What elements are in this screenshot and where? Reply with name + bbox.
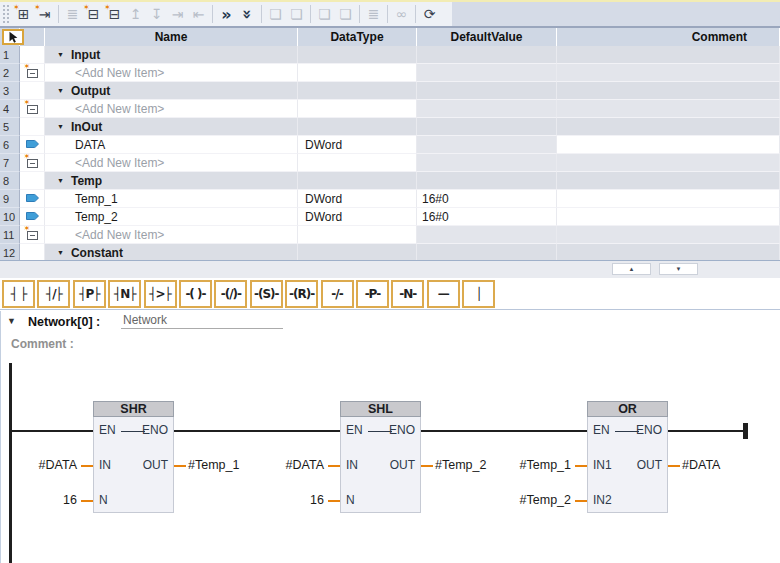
network-comment-label[interactable]: Comment :	[11, 337, 74, 351]
pane-scroll-down-button[interactable]: ▼	[659, 263, 698, 275]
variable-defaultvalue-cell[interactable]: 16#0	[417, 208, 557, 226]
en-eno-line	[121, 431, 145, 433]
n-trigger-button[interactable]: -N-	[391, 280, 424, 308]
variable-comment-cell[interactable]	[557, 136, 780, 154]
section-collapse-icon[interactable]: ▼	[57, 249, 64, 256]
variable-name-cell[interactable]: Temp_1	[45, 190, 298, 208]
row-number[interactable]: 4	[0, 100, 20, 118]
section-row-name[interactable]: ▼Input	[45, 46, 298, 64]
add-new-item-icon: ✶	[25, 156, 40, 169]
datatype-cell[interactable]	[298, 100, 417, 118]
block-body: ENENOIN1OUTIN2	[587, 417, 668, 513]
operand-data[interactable]: #DATA	[0, 458, 77, 472]
column-header-name[interactable]: Name	[45, 28, 298, 46]
table-row: 7✶<Add New Item>	[0, 154, 780, 172]
vertical-line-button[interactable]: │	[462, 280, 495, 308]
column-header-comment[interactable]: Comment	[557, 28, 780, 46]
no-contact-button[interactable]: ┤ ├	[2, 280, 35, 308]
negated-coil-button[interactable]: -(/)-	[214, 280, 247, 308]
insert-row-below-icon[interactable]: ⊟✶	[104, 4, 125, 25]
toolbar-drag-handle-icon[interactable]	[3, 5, 9, 23]
variable-datatype-cell[interactable]: DWord	[298, 190, 417, 208]
collapse-all-icon[interactable]: »	[237, 4, 258, 25]
section-row-name[interactable]: ▼Output	[45, 82, 298, 100]
function-block-shl[interactable]: SHLENENOINOUTN	[340, 401, 421, 513]
nc-contact-button[interactable]: ┤/├	[37, 280, 70, 308]
variable-defaultvalue-cell[interactable]: 16#0	[417, 190, 557, 208]
row-number[interactable]: 6	[0, 136, 20, 154]
insert-row-icon[interactable]: ⇥✶	[34, 4, 55, 25]
variable-name-cell[interactable]: DATA	[45, 136, 298, 154]
copy-icon: ❏	[269, 6, 282, 22]
row-number[interactable]: 8	[0, 172, 20, 190]
section-collapse-icon[interactable]: ▼	[57, 123, 64, 130]
datatype-cell[interactable]	[298, 226, 417, 244]
operand-16[interactable]: 16	[0, 493, 77, 507]
input-wire	[81, 500, 93, 502]
variable-comment-cell[interactable]	[557, 190, 780, 208]
column-header-defaultvalue[interactable]: DefaultValue	[417, 28, 557, 46]
table-row: 10Temp_2DWord16#0	[0, 208, 780, 226]
operand-data[interactable]: #DATA	[682, 458, 720, 472]
row-number[interactable]: 2	[0, 64, 20, 82]
pane-scroll-up-button[interactable]: ▲	[612, 263, 651, 275]
insert-object-icon[interactable]: ⊞✶	[13, 4, 34, 25]
reset-coil-button[interactable]: -(R)-	[285, 280, 318, 308]
pin-in: IN	[99, 458, 111, 472]
refresh-interface-icon[interactable]: ⟳	[419, 4, 440, 25]
operand-data[interactable]: #DATA	[208, 458, 324, 472]
numbered-list-icon: ≣	[368, 6, 380, 22]
section-collapse-icon[interactable]: ▼	[57, 51, 64, 58]
function-block-shr[interactable]: SHRENENOINOUTN	[93, 401, 174, 513]
variable-datatype-cell[interactable]: DWord	[298, 208, 417, 226]
datatype-cell[interactable]	[298, 64, 417, 82]
block-title[interactable]: SHL	[340, 401, 421, 417]
row-number[interactable]: 5	[0, 118, 20, 136]
row-number[interactable]: 9	[0, 190, 20, 208]
coil-button[interactable]: -( )-	[179, 280, 212, 308]
network-title-input[interactable]: Network	[121, 313, 283, 329]
add-row-icon[interactable]: ⊟✶	[83, 4, 104, 25]
add-new-item-cell[interactable]: <Add New Item>	[45, 154, 298, 172]
block-title[interactable]: OR	[587, 401, 668, 417]
invert-button[interactable]: -/-	[321, 280, 354, 308]
row-number[interactable]: 10	[0, 208, 20, 226]
table-row: 4✶<Add New Item>	[0, 100, 780, 118]
section-row-name[interactable]: ▼InOut	[45, 118, 298, 136]
p-trigger-button[interactable]: -P-	[356, 280, 389, 308]
row-number[interactable]: 11	[0, 226, 20, 244]
n-contact-button[interactable]: ┤N├	[108, 280, 141, 308]
network-collapse-icon[interactable]: ▼	[7, 316, 16, 326]
operand-temp_1[interactable]: #Temp_1	[455, 458, 571, 472]
block-title[interactable]: SHR	[93, 401, 174, 417]
variable-datatype-cell[interactable]: DWord	[298, 136, 417, 154]
compare-contact-button[interactable]: ┤>├	[144, 280, 177, 308]
rung-end-terminal	[743, 423, 748, 439]
function-block-or[interactable]: ORENENOIN1OUTIN2	[587, 401, 668, 513]
select-all-button[interactable]	[2, 29, 24, 45]
section-collapse-icon[interactable]: ▼	[57, 177, 64, 184]
operand-16[interactable]: 16	[208, 493, 324, 507]
horizontal-line-button[interactable]: —	[427, 280, 460, 308]
variable-comment-cell[interactable]	[557, 208, 780, 226]
add-new-item-cell[interactable]: <Add New Item>	[45, 100, 298, 118]
section-comment-cell	[557, 46, 780, 64]
variable-name-cell[interactable]: Temp_2	[45, 208, 298, 226]
column-header-datatype[interactable]: DataType	[298, 28, 417, 46]
add-new-item-cell[interactable]: <Add New Item>	[45, 226, 298, 244]
add-new-item-cell[interactable]: <Add New Item>	[45, 64, 298, 82]
p-contact-button[interactable]: ┤P├	[73, 280, 106, 308]
row-number[interactable]: 7	[0, 154, 20, 172]
set-coil-button[interactable]: -(S)-	[250, 280, 283, 308]
outdent-icon: ⇤	[188, 4, 209, 25]
section-row-name[interactable]: ▼Temp	[45, 172, 298, 190]
operand-temp_2[interactable]: #Temp_2	[455, 493, 571, 507]
section-collapse-icon[interactable]: ▼	[57, 87, 64, 94]
new-item-star-icon: ✶	[34, 3, 41, 12]
expand-all-icon[interactable]: »	[216, 4, 237, 25]
datatype-cell[interactable]	[298, 154, 417, 172]
row-number[interactable]: 3	[0, 82, 20, 100]
rung-wire	[11, 430, 93, 432]
row-number[interactable]: 1	[0, 46, 20, 64]
pin-en: EN	[99, 423, 116, 437]
